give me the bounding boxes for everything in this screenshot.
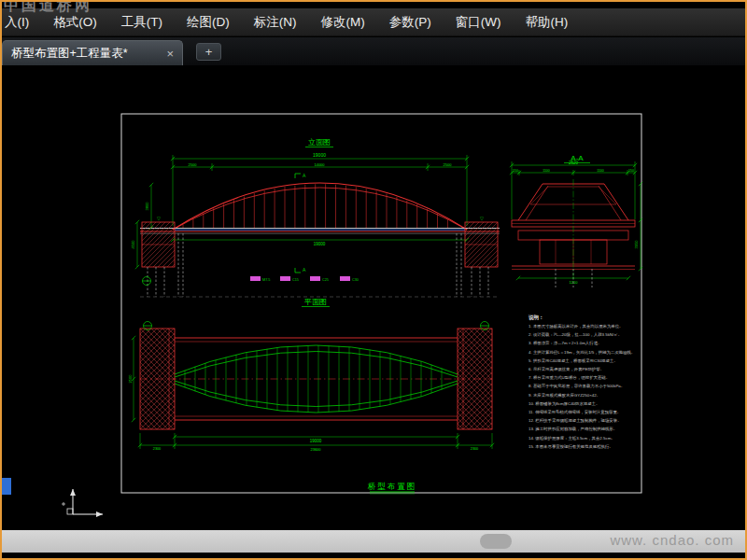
cut-label-top: A <box>303 173 306 178</box>
tab-title: 桥型布置图+工程量表* <box>11 46 128 62</box>
horizontal-scrollbar-thumb[interactable] <box>480 534 512 549</box>
dim-sec-s3: 1100 <box>597 169 604 173</box>
dim-sec-height: 3950 <box>634 240 639 249</box>
notes-block: 说明： 1. 本图尺寸除标高以米计外，其余均以厘米为单位。2. 设计荷载：汽—2… <box>529 315 635 449</box>
plan-datum-markers <box>144 322 489 330</box>
svg-text:5. 拱肋采用C40混凝土，桥面板采用C30混凝土。: 5. 拱肋采用C40混凝土，桥面板采用C30混凝土。 <box>529 358 618 363</box>
menu-item-dimension[interactable]: 标注(N) <box>242 8 309 35</box>
dim-sec-bottom: 1210 <box>570 280 579 285</box>
legend-label-4: C30 <box>352 278 359 282</box>
svg-text:4. 主拱计算跨径L＝19m，矢跨比1/5，拱轴为二次抛物线: 4. 主拱计算跨径L＝19m，矢跨比1/5，拱轴为二次抛物线。 <box>529 350 635 356</box>
svg-text:7. 桥台采用重力式U型桥台，明挖扩大基础。: 7. 桥台采用重力式U型桥台，明挖扩大基础。 <box>529 375 610 380</box>
dim-elev-right: 2500 <box>444 162 453 167</box>
dim-sec-s1: 150 <box>513 169 518 173</box>
dim-elev-total: 19000 <box>313 152 326 158</box>
menu-item-parametric[interactable]: 参数(P) <box>377 8 444 35</box>
abutment-hatch-left <box>97 222 263 267</box>
svg-text:3. 桥面净宽：净—7m＋2×1.0m人行道。: 3. 桥面净宽：净—7m＋2×1.0m人行道。 <box>529 341 601 345</box>
menu-bar: 入(I) 格式(O) 工具(T) 绘图(D) 标注(N) 修改(M) 参数(P)… <box>2 8 745 36</box>
datum-marker-elevation <box>143 277 151 286</box>
elevation-top-dimensions <box>137 155 467 267</box>
dim-sec-total: 2520 <box>569 161 579 165</box>
svg-text:8. 基础置于中风化岩层，容许承载力不小于500kPa。: 8. 基础置于中风化岩层，容许承载力不小于500kPa。 <box>529 383 625 388</box>
level-symbol-right: ▽ <box>480 216 484 221</box>
svg-text:13. 施工时拱肋应对称加载，严格控制拱轴线形。: 13. 施工时拱肋应对称加载，严格控制拱轴线形。 <box>529 427 617 431</box>
legend-label-3: C25 <box>322 278 329 282</box>
dim-plan-span: 19000 <box>310 439 322 443</box>
bottom-bar: www. cndao. com <box>2 530 745 553</box>
svg-text:12. 栏杆扶手采用钢筋混凝土预制构件，现场安装。: 12. 栏杆扶手采用钢筋混凝土预制构件，现场安装。 <box>529 418 622 424</box>
dim-elev-mid: 14000 <box>314 162 325 167</box>
svg-text:15. 本图未尽事宜按现行有关规范及规程执行。: 15. 本图未尽事宜按现行有关规范及规程执行。 <box>529 444 613 449</box>
ucs-icon <box>67 489 103 517</box>
svg-text:9. 支座采用板式橡胶支座GYZ250×42。: 9. 支座采用板式橡胶支座GYZ250×42。 <box>529 393 600 398</box>
dim-sec-s2: 1100 <box>543 169 550 173</box>
plan-deck <box>140 329 492 429</box>
menu-item-help[interactable]: 帮助(H) <box>513 8 580 35</box>
arch-ribs <box>173 183 467 230</box>
docked-palette-tab[interactable] <box>2 478 11 495</box>
sheet-title: 桥型布置图 <box>368 482 417 491</box>
section-dimensions <box>512 161 641 278</box>
dim-plan-width: 2500 <box>128 374 133 384</box>
dim-elev-under: 19000 <box>314 242 326 246</box>
svg-text:11. 伸缩缝采用毛勒式伸缩缝，安装时注意预留量。: 11. 伸缩缝采用毛勒式伸缩缝，安装时注意预留量。 <box>529 409 621 415</box>
menu-item-draw[interactable]: 绘图(D) <box>175 8 242 35</box>
notes-title: 说明： <box>529 315 544 321</box>
dim-elev-height: 4500 <box>131 240 135 249</box>
plan-dimensions <box>134 338 492 449</box>
elevation-title: 立面图 <box>308 138 331 147</box>
material-legend: M7.5 C15 C25 C30 <box>250 276 359 282</box>
site-watermark-top: 中国道桥网 <box>4 0 92 16</box>
cut-label-bottom: A <box>303 267 306 273</box>
notes-lines: 1. 本图尺寸除标高以米计外，其余均以厘米为单位。2. 设计荷载：汽—20级，挂… <box>529 324 635 449</box>
dim-elev-rise: 3800 <box>145 202 149 211</box>
site-watermark-bottom: www. cndao. com <box>610 532 734 548</box>
dim-sec-s4: 150 <box>628 169 634 173</box>
model-space-canvas[interactable]: 立面图 19000 2500 14000 2500 19000 4500 380… <box>2 65 745 530</box>
legend-label-2: C15 <box>292 278 299 282</box>
legend-label-1: M7.5 <box>262 278 270 282</box>
cad-drawing[interactable]: 立面图 19000 2500 14000 2500 19000 4500 380… <box>2 65 745 530</box>
menu-item-tools[interactable]: 工具(T) <box>109 8 175 35</box>
svg-text:1. 本图尺寸除标高以米计外，其余均以厘米为单位。: 1. 本图尺寸除标高以米计外，其余均以厘米为单位。 <box>529 324 623 329</box>
dim-plan-total: 23600 <box>310 447 321 452</box>
grid-origin-marks <box>62 502 65 506</box>
dim-plan-right: 2300 <box>471 447 478 451</box>
menu-item-window[interactable]: 窗口(W) <box>444 8 514 35</box>
abutment-hatch-right <box>420 222 586 267</box>
svg-text:2. 设计荷载：汽—20级，挂—100，人群3.5kN/㎡。: 2. 设计荷载：汽—20级，挂—100，人群3.5kN/㎡。 <box>529 332 622 337</box>
tab-bridge-layout[interactable]: 桥型布置图+工程量表* × <box>2 40 183 65</box>
dim-elev-left: 2500 <box>189 162 198 167</box>
elevation-view: 立面图 19000 2500 14000 2500 19000 4500 380… <box>97 138 586 297</box>
section-view: A-A 2520 150 1100 1100 150 3950 1210 <box>512 154 641 287</box>
svg-text:14. 钢筋保护层厚度：主筋3.5cm，其余2.5cm。: 14. 钢筋保护层厚度：主筋3.5cm，其余2.5cm。 <box>529 436 615 441</box>
drawing-tab-bar: 桥型布置图+工程量表* × + <box>2 37 745 65</box>
level-symbol-left: ▽ <box>157 216 161 221</box>
deck-elevation <box>140 229 500 234</box>
menu-item-modify[interactable]: 修改(M) <box>309 8 377 35</box>
tab-close-icon[interactable]: × <box>166 48 174 60</box>
svg-text:10. 桥面铺装为8cm厚C40防水混凝土。: 10. 桥面铺装为8cm厚C40防水混凝土。 <box>529 401 599 407</box>
svg-text:6. 吊杆采用高强钢丝束，外套PE防护管。: 6. 吊杆采用高强钢丝束，外套PE防护管。 <box>529 367 604 371</box>
new-tab-button[interactable]: + <box>196 43 221 61</box>
plan-title: 平面图 <box>304 298 327 306</box>
dim-plan-left: 2300 <box>153 447 161 451</box>
